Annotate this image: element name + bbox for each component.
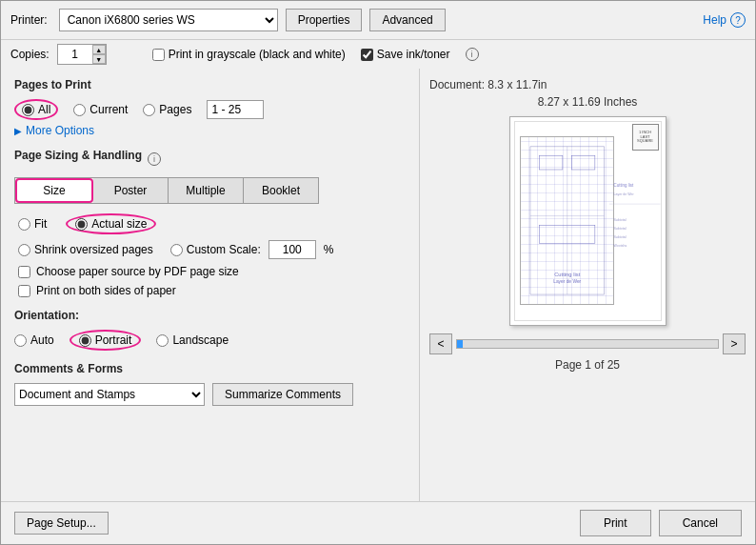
pages-radio[interactable] [143, 104, 155, 116]
orientation-title: Orientation: [14, 309, 406, 322]
copies-input-wrap: ▲ ▼ [57, 44, 107, 65]
summarize-comments-button[interactable]: Summarize Comments [212, 383, 353, 406]
fit-actual-row: Fit Actual size [18, 213, 406, 234]
ink-info-icon[interactable]: i [466, 48, 479, 61]
copies-label: Copies: [10, 48, 50, 61]
more-options[interactable]: ▶ More Options [14, 124, 406, 137]
page-setup-button[interactable]: Page Setup... [14, 512, 109, 535]
tab-poster[interactable]: Poster [93, 178, 169, 203]
next-page-button[interactable]: > [723, 333, 746, 354]
copies-down[interactable]: ▼ [92, 54, 106, 64]
page-progress-bar[interactable] [456, 339, 719, 349]
fit-radio[interactable] [18, 218, 30, 231]
tab-multiple[interactable]: Multiple [169, 178, 244, 203]
footer: Page Setup... Print Cancel [1, 501, 755, 544]
printer-label: Printer: [10, 13, 48, 27]
portrait-radio-label[interactable]: Portrait [70, 330, 142, 351]
progress-indicator [457, 340, 463, 348]
save-ink-label[interactable]: Save ink/toner [361, 48, 450, 61]
pages-title: Pages to Print [14, 78, 406, 91]
right-panel: Document: 8.3 x 11.7in 8.27 x 11.69 Inch… [420, 69, 755, 501]
printer-select[interactable]: Canon iX6800 series WS [59, 9, 278, 31]
shrink-radio[interactable] [18, 244, 30, 256]
more-options-chevron: ▶ [14, 126, 22, 136]
svg-text:Subtotal: Subtotal [613, 218, 626, 222]
pages-to-print-section: Pages to Print All Current Pages [14, 78, 406, 137]
grayscale-checkbox[interactable] [152, 49, 165, 61]
more-options-label: More Options [26, 124, 94, 137]
prev-page-button[interactable]: < [429, 333, 452, 354]
svg-text:Subtotal: Subtotal [613, 227, 626, 231]
current-radio-label[interactable]: Current [73, 103, 128, 116]
sizing-tab-row: Size Poster Multiple Booklet [14, 177, 319, 204]
page-sizing-section: Page Sizing & Handling i Size Poster Mul… [14, 149, 406, 297]
preview-nav-row: < > [429, 333, 746, 354]
custom-scale-radio[interactable] [170, 244, 183, 256]
svg-text:Wootshs: Wootshs [613, 244, 627, 248]
pages-radio-row: All Current Pages [14, 99, 406, 120]
cancel-button[interactable]: Cancel [659, 510, 742, 536]
svg-text:Cutting list: Cutting list [613, 183, 634, 188]
auto-radio-label[interactable]: Auto [14, 333, 54, 347]
copies-up[interactable]: ▲ [92, 45, 106, 54]
custom-scale-radio-label[interactable]: Custom Scale: [170, 243, 261, 256]
tab-booklet[interactable]: Booklet [244, 178, 318, 203]
copies-right: Print in grayscale (black and white) Sav… [152, 48, 479, 61]
pages-range-input[interactable] [207, 100, 264, 119]
scale-input[interactable] [269, 240, 316, 259]
sizing-header: Page Sizing & Handling i [14, 149, 406, 170]
svg-rect-7 [571, 155, 594, 170]
document-info: Document: 8.3 x 11.7in [429, 78, 547, 91]
tab-size[interactable]: Size [15, 178, 93, 203]
sizing-title: Page Sizing & Handling [14, 149, 142, 162]
auto-radio[interactable] [14, 334, 27, 347]
comments-title: Comments & Forms [14, 362, 406, 375]
advanced-button[interactable]: Advanced [369, 9, 445, 31]
actual-size-radio-label[interactable]: Actual size [66, 213, 156, 234]
sizing-info-icon[interactable]: i [148, 152, 161, 166]
current-radio[interactable] [73, 104, 86, 116]
both-sides-label: Print on both sides of paper [36, 284, 176, 297]
landscape-radio-label[interactable]: Landscape [156, 333, 229, 347]
grayscale-label[interactable]: Print in grayscale (black and white) [152, 48, 346, 61]
orientation-section: Orientation: Auto Portrait Landscape [14, 309, 406, 351]
shrink-radio-label[interactable]: Shrink oversized pages [18, 243, 153, 256]
preview-content: 1 INCHLASTSQUARE [515, 122, 661, 320]
paper-source-checkbox[interactable] [18, 266, 30, 278]
pages-radio-label[interactable]: Pages [143, 103, 191, 116]
svg-rect-6 [539, 155, 562, 170]
both-sides-checkbox[interactable] [18, 285, 30, 297]
save-ink-checkbox[interactable] [361, 49, 373, 61]
orientation-radio-row: Auto Portrait Landscape [14, 330, 406, 351]
help-label: Help [703, 13, 726, 27]
help-icon: ? [730, 12, 746, 28]
paper-source-row: Choose paper source by PDF page size [18, 265, 406, 278]
svg-text:Subtotal: Subtotal [613, 235, 626, 239]
portrait-radio[interactable] [79, 334, 91, 347]
paper-source-label: Choose paper source by PDF page size [36, 265, 239, 278]
page-count: Page 1 of 25 [555, 358, 620, 372]
actual-size-radio[interactable] [75, 218, 88, 231]
scale-unit: % [324, 243, 334, 256]
svg-text:Layer de Wer: Layer de Wer [613, 192, 634, 196]
all-radio[interactable] [22, 104, 34, 116]
preview-inner: 1 INCHLASTSQUARE [514, 121, 662, 321]
preview-size: 8.27 x 11.69 Inches [538, 95, 638, 109]
fit-radio-label[interactable]: Fit [18, 217, 47, 231]
comments-row: Document and Stamps Summarize Comments [14, 383, 406, 406]
blueprint-area: Cutting list Layer de Wer [520, 136, 614, 305]
all-radio-label[interactable]: All [14, 99, 58, 120]
copies-input[interactable] [58, 45, 92, 64]
preview-page: 1 INCHLASTSQUARE [509, 116, 666, 326]
comments-forms-section: Comments & Forms Document and Stamps Sum… [14, 362, 406, 406]
print-button[interactable]: Print [580, 510, 651, 536]
copies-spinner: ▲ ▼ [92, 45, 106, 64]
comments-select[interactable]: Document and Stamps [14, 383, 205, 406]
left-panel: Pages to Print All Current Pages [1, 69, 420, 501]
svg-text:Layer de Wer: Layer de Wer [553, 279, 581, 284]
properties-button[interactable]: Properties [286, 9, 363, 31]
both-sides-row: Print on both sides of paper [18, 284, 406, 297]
help-link[interactable]: Help ? [703, 12, 746, 28]
landscape-radio[interactable] [156, 334, 169, 347]
svg-text:Cutting list: Cutting list [554, 272, 581, 277]
